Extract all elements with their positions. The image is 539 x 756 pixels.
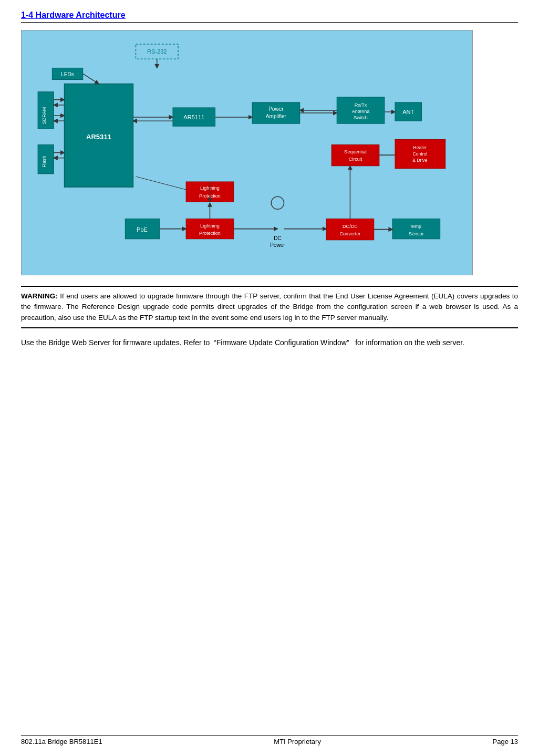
- svg-text:AR5311: AR5311: [86, 133, 111, 141]
- svg-text:Temp.: Temp.: [410, 224, 423, 229]
- svg-line-45: [83, 74, 99, 84]
- svg-text:Rx/Tx: Rx/Tx: [355, 102, 367, 108]
- warning-text: WARNING: If end users are allowed to upg…: [21, 291, 518, 323]
- page-title: 1-4 Hardware Architecture: [21, 11, 518, 23]
- svg-text:ANT: ANT: [402, 109, 414, 115]
- svg-point-62: [271, 196, 284, 209]
- svg-rect-21: [331, 144, 379, 165]
- svg-text:Lightning: Lightning: [200, 223, 220, 229]
- hardware-diagram: RS-232 LEDs SDRAM Flash AR5311 AR5111 Po…: [21, 30, 473, 275]
- svg-text:Sequential: Sequential: [344, 149, 367, 154]
- warning-section: WARNING: If end users are allowed to upg…: [21, 286, 518, 328]
- svg-text:DC: DC: [274, 235, 282, 241]
- svg-text:& Drive: & Drive: [412, 158, 427, 163]
- svg-text:PoE: PoE: [137, 226, 148, 233]
- svg-text:SDRAM: SDRAM: [42, 107, 47, 125]
- svg-text:LEDs: LEDs: [61, 71, 74, 77]
- svg-text:Flash: Flash: [42, 156, 47, 168]
- svg-text:Amplifier: Amplifier: [266, 113, 287, 119]
- svg-text:Control: Control: [413, 151, 428, 157]
- svg-text:Antenna: Antenna: [352, 109, 370, 114]
- footer-center: MTI Proprietary: [274, 738, 321, 745]
- page-footer: 802.11a Bridge BR5811E1 MTI Proprietary …: [21, 735, 518, 745]
- svg-text:RS-232: RS-232: [147, 48, 167, 55]
- svg-line-69: [136, 177, 186, 190]
- svg-rect-12: [252, 102, 300, 123]
- svg-rect-39: [186, 219, 234, 239]
- architecture-svg: RS-232 LEDs SDRAM Flash AR5311 AR5111 Po…: [30, 39, 464, 266]
- svg-text:Protection: Protection: [199, 231, 221, 236]
- svg-text:DC/DC: DC/DC: [343, 224, 358, 229]
- svg-text:Power: Power: [270, 242, 285, 248]
- svg-text:Power: Power: [268, 106, 284, 112]
- svg-text:Circuit: Circuit: [349, 157, 362, 162]
- svg-text:Switch: Switch: [354, 115, 368, 120]
- svg-rect-33: [326, 219, 374, 240]
- body-text: Use the Bridge Web Server for firmware u…: [21, 337, 518, 348]
- svg-text:Converter: Converter: [340, 231, 361, 236]
- footer-left: 802.11a Bridge BR5811E1: [21, 738, 102, 745]
- svg-text:Sensor: Sensor: [409, 231, 424, 236]
- footer-right: Page 13: [493, 738, 518, 745]
- svg-text:AR5111: AR5111: [183, 114, 204, 120]
- svg-text:Heater: Heater: [413, 145, 427, 150]
- warning-label: WARNING:: [21, 292, 58, 300]
- warning-body: If end users are allowed to upgrade firm…: [21, 292, 518, 322]
